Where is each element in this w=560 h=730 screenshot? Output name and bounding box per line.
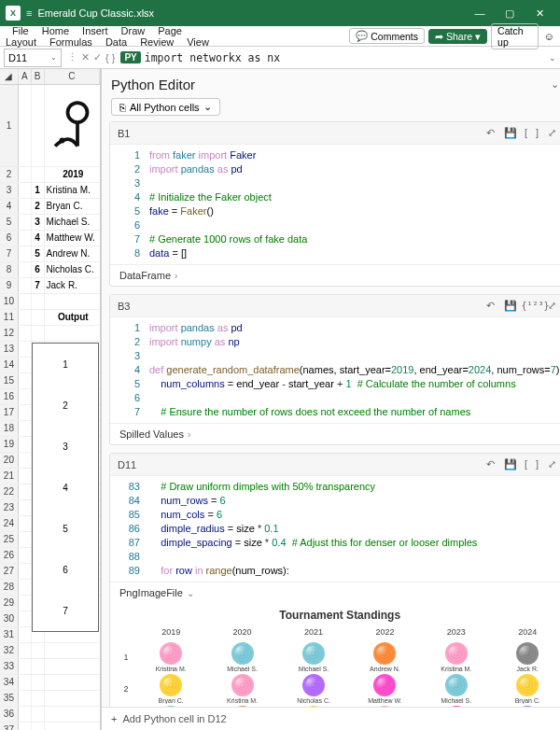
output-type-toggle[interactable]: DataFrame› — [110, 264, 560, 286]
row-header[interactable]: 6 — [0, 231, 19, 246]
feedback-smile-icon[interactable]: ☺ — [544, 31, 554, 42]
autosave-icon[interactable]: ≡ — [26, 7, 32, 19]
grid-row[interactable]: 5 3 Michael S. — [0, 215, 100, 231]
add-python-cell-button[interactable]: + Add Python cell in D12 — [102, 707, 560, 730]
row-header[interactable]: 15 — [0, 373, 19, 388]
row-header[interactable]: 21 — [0, 469, 19, 484]
output-mode-icon[interactable]: [ ] — [521, 459, 541, 470]
name-box[interactable]: D11 ⌄ — [4, 49, 62, 67]
row-header[interactable]: 8 — [0, 262, 19, 277]
expand-icon[interactable]: ⤢ — [541, 127, 560, 139]
tab-view[interactable]: View — [180, 36, 216, 48]
undo-icon[interactable]: ↶ — [480, 127, 500, 139]
save-icon[interactable]: 💾 — [500, 458, 521, 470]
row-header[interactable]: 26 — [0, 548, 19, 563]
save-icon[interactable]: 💾 — [500, 127, 521, 139]
row-header[interactable]: 5 — [0, 215, 19, 230]
panel-collapse-icon[interactable]: ⌄ — [546, 78, 560, 91]
window-close-button[interactable]: ✕ — [525, 7, 554, 20]
row-header[interactable]: 10 — [0, 294, 19, 309]
code-editor[interactable]: 1import pandas as pd2import numpy as np3… — [110, 317, 560, 423]
row-header[interactable]: 14 — [0, 358, 19, 372]
row-header[interactable]: 1 — [0, 85, 19, 166]
formula-commit-icon[interactable]: ✓ — [93, 51, 102, 63]
tab-draw[interactable]: Draw — [115, 25, 152, 36]
grid-row[interactable]: 32 — [0, 643, 100, 659]
row-header[interactable]: 31 — [0, 627, 19, 642]
grid-row[interactable]: 10 — [0, 294, 100, 310]
row-header[interactable]: 11 — [0, 310, 19, 325]
row-header[interactable]: 24 — [0, 516, 19, 531]
row-header[interactable]: 34 — [0, 675, 19, 690]
grid-row[interactable]: 6 4 Matthew W. — [0, 231, 100, 246]
row-header[interactable]: 13 — [0, 342, 19, 357]
row-header[interactable]: 36 — [0, 707, 19, 722]
tab-insert[interactable]: Insert — [76, 25, 115, 36]
row-header[interactable]: 30 — [0, 611, 19, 626]
col-header-a[interactable]: A — [19, 69, 32, 84]
tab-formulas[interactable]: Formulas — [43, 36, 99, 48]
output-type-toggle[interactable]: PngImageFile⌄ — [110, 582, 560, 603]
window-maximize-button[interactable]: ▢ — [495, 7, 525, 20]
grid-row[interactable]: 11 Output — [0, 310, 100, 326]
row-header[interactable]: 9 — [0, 278, 19, 293]
comments-button[interactable]: 💬 Comments — [349, 28, 425, 44]
tab-review[interactable]: Review — [133, 36, 180, 48]
row-header[interactable]: 20 — [0, 453, 19, 468]
grid-row[interactable]: 9 7 Jack R. — [0, 278, 100, 294]
row-header[interactable]: 3 — [0, 183, 19, 198]
col-header-b[interactable]: B — [32, 69, 45, 84]
grid-row[interactable]: 2 2019 — [0, 167, 100, 183]
formula-cancel-icon[interactable]: ✕ — [81, 51, 90, 63]
output-mode-icon[interactable]: [ ] — [521, 128, 541, 138]
row-header[interactable]: 27 — [0, 564, 19, 579]
row-header[interactable]: 17 — [0, 405, 19, 420]
undo-icon[interactable]: ↶ — [480, 300, 500, 312]
row-header[interactable]: 12 — [0, 326, 19, 341]
row-header[interactable]: 32 — [0, 643, 19, 658]
grid-row[interactable]: 12 — [0, 326, 100, 342]
row-header[interactable]: 23 — [0, 500, 19, 515]
cell-filter-dropdown[interactable]: ⎘ All Python cells ⌄ — [111, 98, 220, 116]
row-header[interactable]: 29 — [0, 596, 19, 611]
grid-row[interactable]: 8 6 Nicholas C. — [0, 262, 100, 278]
row-header[interactable]: 18 — [0, 421, 19, 436]
grid-row[interactable]: 33 — [0, 659, 100, 675]
grid-row[interactable]: 1 — [0, 85, 100, 167]
grid-row[interactable]: 36 — [0, 707, 100, 723]
tab-home[interactable]: Home — [35, 25, 76, 36]
formula-expand-icon[interactable]: ⌄ — [545, 53, 560, 63]
tab-data[interactable]: Data — [99, 36, 133, 48]
row-header[interactable]: 35 — [0, 691, 19, 706]
expand-icon[interactable]: ⤢ — [541, 300, 560, 312]
grid-row[interactable]: 35 — [0, 691, 100, 707]
catch-up-button[interactable]: Catch up — [491, 23, 539, 49]
tab-file[interactable]: File — [6, 25, 35, 36]
code-editor[interactable]: 83 # Draw uniform dimples with 50% trans… — [110, 476, 560, 582]
row-header[interactable]: 22 — [0, 484, 19, 499]
share-button[interactable]: ➦ Share ▾ — [428, 29, 487, 44]
code-editor[interactable]: 1from faker import Faker2import pandas a… — [110, 145, 560, 264]
output-type-toggle[interactable]: Spilled Values› — [110, 423, 560, 444]
row-header[interactable]: 19 — [0, 437, 19, 452]
grid-row[interactable]: 4 2 Bryan C. — [0, 199, 100, 215]
row-header[interactable]: 2 — [0, 167, 19, 182]
undo-icon[interactable]: ↶ — [480, 458, 500, 470]
output-mode-icon[interactable]: {¹²³} — [521, 301, 541, 311]
grid-row[interactable]: 37 — [0, 723, 100, 730]
row-header[interactable]: 37 — [0, 723, 19, 730]
row-header[interactable]: 25 — [0, 532, 19, 547]
expand-icon[interactable]: ⤢ — [541, 458, 560, 470]
save-icon[interactable]: 💾 — [500, 300, 521, 312]
select-all-corner[interactable]: ◢ — [0, 69, 19, 84]
col-header-c[interactable]: C — [45, 69, 100, 84]
row-header[interactable]: 4 — [0, 199, 19, 214]
grid-row[interactable]: 7 5 Andrew N. — [0, 246, 100, 262]
formula-input[interactable]: import networkx as nx — [145, 51, 545, 64]
window-minimize-button[interactable]: — — [465, 7, 495, 19]
grid-row[interactable]: 34 — [0, 675, 100, 691]
brace-icon[interactable]: { } — [105, 52, 115, 63]
row-header[interactable]: 33 — [0, 659, 19, 674]
chevron-down-icon[interactable]: ⌄ — [50, 53, 57, 62]
grid-row[interactable]: 3 1 Kristina M. — [0, 183, 100, 199]
